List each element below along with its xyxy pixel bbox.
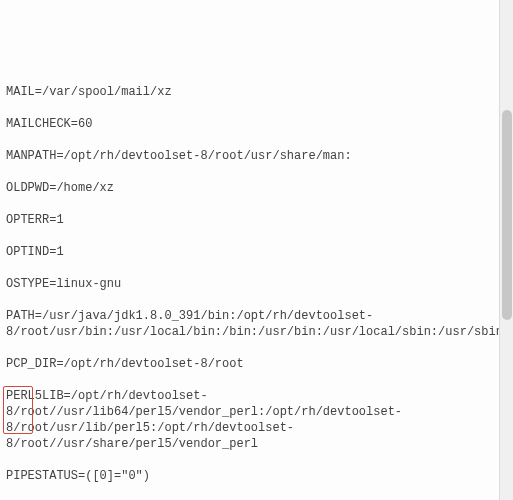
env-line: OPTERR=1 xyxy=(6,212,505,228)
env-line: OPTIND=1 xyxy=(6,244,505,260)
env-line: PCP_DIR=/opt/rh/devtoolset-8/root xyxy=(6,356,505,372)
env-line: PIPESTATUS=([0]="0") xyxy=(6,468,505,484)
terminal-output: MAIL=/var/spool/mail/xz MAILCHECK=60 MAN… xyxy=(6,68,505,500)
env-line: OLDPWD=/home/xz xyxy=(6,180,505,196)
env-line: MAIL=/var/spool/mail/xz xyxy=(6,84,505,100)
env-line: MANPATH=/opt/rh/devtoolset-8/root/usr/sh… xyxy=(6,148,505,164)
env-line: OSTYPE=linux-gnu xyxy=(6,276,505,292)
env-line: PATH=/usr/java/jdk1.8.0_391/bin:/opt/rh/… xyxy=(6,308,505,340)
env-line: PERL5LIB=/opt/rh/devtoolset-8/root//usr/… xyxy=(6,388,505,452)
scroll-thumb[interactable] xyxy=(502,110,512,320)
scrollbar[interactable] xyxy=(499,0,513,500)
env-line: MAILCHECK=60 xyxy=(6,116,505,132)
